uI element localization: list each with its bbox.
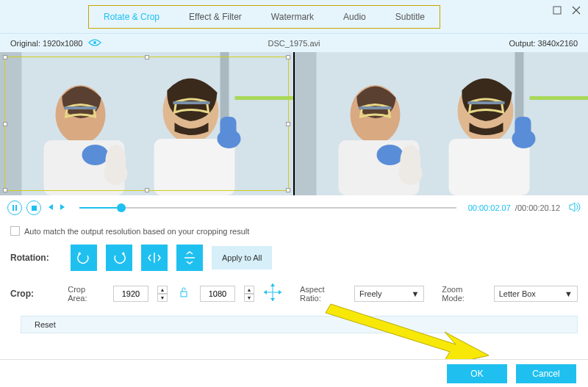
crop-width-spinner[interactable]: ▲▼ [157, 286, 168, 302]
svg-rect-32 [12, 205, 14, 211]
minimize-button[interactable] [553, 6, 562, 17]
flip-horizontal-button[interactable] [141, 245, 168, 271]
prev-frame-button[interactable] [46, 203, 54, 214]
automatch-label: Auto match the output resolution based o… [24, 227, 249, 236]
next-frame-button[interactable] [59, 203, 68, 214]
window-controls [553, 6, 581, 17]
output-preview-pane [295, 52, 588, 195]
svg-rect-3 [0, 52, 22, 195]
svg-rect-13 [173, 101, 210, 104]
preview-area [0, 52, 588, 195]
output-resolution-label: Output: 3840x2160 [498, 34, 588, 52]
rotate-left-button[interactable] [71, 245, 97, 271]
header: Rotate & Crop Effect & Filter Watermark … [0, 0, 588, 33]
crop-height-spinner[interactable]: ▲▼ [244, 286, 254, 302]
rotate-right-button[interactable] [106, 245, 132, 271]
total-time-label: /00:00:20.12 [515, 203, 560, 212]
cancel-button[interactable]: Cancel [516, 364, 576, 383]
svg-point-25 [399, 162, 423, 185]
stop-button[interactable] [26, 200, 41, 215]
crop-label: Crop: [10, 289, 59, 299]
position-crosshair-icon[interactable] [263, 283, 282, 304]
tabs-highlight-box: Rotate & Crop Effect & Filter Watermark … [88, 5, 440, 29]
svg-rect-33 [15, 205, 17, 211]
svg-rect-15 [220, 117, 237, 142]
svg-rect-35 [181, 292, 187, 297]
automatch-checkbox[interactable] [10, 226, 20, 236]
apply-to-all-button[interactable]: Apply to All [212, 246, 272, 270]
svg-rect-18 [295, 52, 317, 195]
flip-vertical-button[interactable] [176, 245, 203, 271]
zoom-mode-label: Zoom Mode: [442, 285, 484, 303]
original-resolution-label: Original: 1920x1080 [10, 39, 82, 48]
svg-rect-30 [515, 117, 531, 142]
tab-effect-filter[interactable]: Effect & Filter [189, 12, 242, 22]
tab-subtitle[interactable]: Subtitle [395, 12, 425, 22]
aspect-ratio-label: Aspect Ratio: [300, 285, 345, 303]
reset-button[interactable]: Reset [21, 316, 578, 333]
crop-area-label: Crop Area: [68, 285, 104, 303]
svg-rect-34 [32, 206, 37, 211]
svg-rect-7 [65, 106, 97, 109]
svg-rect-28 [468, 101, 505, 104]
ok-button[interactable]: OK [447, 364, 507, 383]
svg-rect-22 [359, 106, 392, 109]
svg-rect-0 [553, 7, 561, 14]
controls-panel: Auto match the output resolution based o… [0, 220, 588, 339]
footer: OK Cancel [0, 359, 588, 387]
svg-point-23 [377, 145, 404, 165]
svg-point-8 [82, 145, 109, 165]
svg-rect-12 [154, 139, 235, 195]
svg-rect-16 [235, 96, 294, 100]
crop-width-input[interactable] [113, 286, 148, 302]
svg-rect-27 [449, 139, 530, 195]
volume-icon[interactable] [569, 202, 581, 214]
info-bar: Original: 1920x1080 DSC_1975.avi Output:… [0, 33, 588, 52]
close-button[interactable] [572, 6, 581, 17]
svg-rect-31 [530, 96, 589, 100]
preview-eye-icon[interactable] [88, 38, 101, 48]
filename-label: DSC_1975.avi [268, 39, 320, 48]
aspect-ratio-select[interactable]: Freely▼ [354, 286, 424, 302]
rotation-label: Rotation: [10, 253, 62, 263]
tab-audio[interactable]: Audio [343, 12, 366, 22]
tab-rotate-crop[interactable]: Rotate & Crop [104, 12, 159, 22]
zoom-mode-select[interactable]: Letter Box▼ [494, 286, 578, 302]
lock-aspect-icon[interactable] [179, 287, 188, 300]
current-time-label: 00:00:02.07 [468, 203, 511, 212]
original-preview-pane[interactable] [0, 52, 293, 195]
tab-watermark[interactable]: Watermark [271, 12, 314, 22]
crop-height-input[interactable] [200, 286, 235, 302]
seek-slider[interactable] [79, 207, 456, 209]
svg-point-1 [93, 41, 96, 44]
svg-point-10 [104, 162, 128, 185]
playback-bar: 00:00:02.07/00:00:20.12 [0, 195, 588, 220]
pause-button[interactable] [7, 200, 22, 215]
